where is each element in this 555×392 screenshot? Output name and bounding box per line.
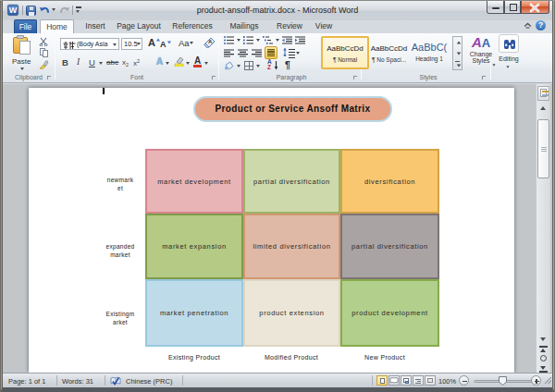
svg-text:A: A [208, 39, 213, 44]
